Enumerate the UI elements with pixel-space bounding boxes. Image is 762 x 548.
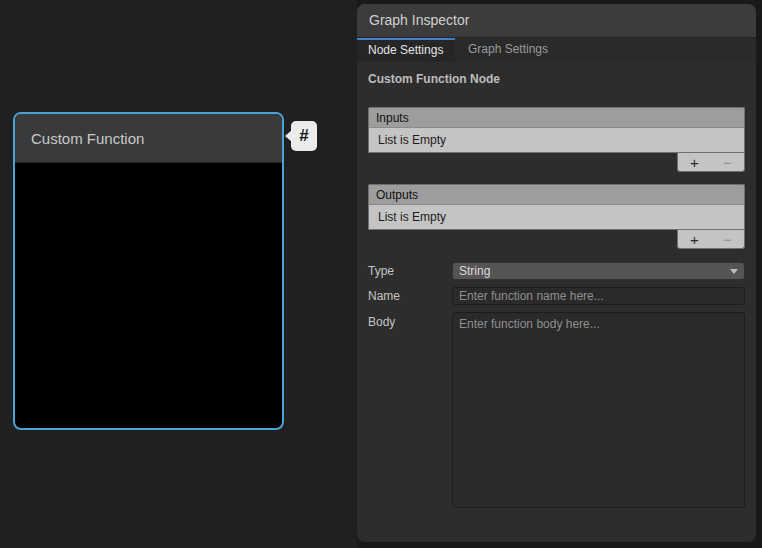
type-label: Type (368, 264, 452, 278)
tab-graph-settings[interactable]: Graph Settings (455, 38, 561, 62)
section-title: Custom Function Node (368, 72, 745, 86)
hash-icon: # (299, 126, 308, 146)
function-body-input[interactable] (452, 312, 745, 508)
inputs-list-header: Inputs (368, 107, 745, 128)
tab-row: Node Settings Graph Settings (357, 38, 756, 62)
type-row: Type String (368, 262, 745, 280)
tab-node-settings[interactable]: Node Settings (357, 38, 455, 62)
type-dropdown-value: String (459, 264, 730, 278)
inputs-remove-button[interactable]: − (717, 155, 738, 170)
graph-inspector-panel: Graph Inspector Node Settings Graph Sett… (357, 4, 756, 542)
body-label: Body (368, 315, 452, 329)
outputs-list-empty-row: List is Empty (368, 205, 745, 230)
function-fields: Type String Name Body (368, 262, 745, 508)
outputs-list-footer: + − (677, 230, 745, 249)
inputs-add-button[interactable]: + (684, 155, 705, 170)
inputs-list-empty-row: List is Empty (368, 128, 745, 153)
graph-canvas[interactable]: Custom Function # (0, 0, 357, 548)
name-row: Name (368, 287, 745, 305)
panel-title[interactable]: Graph Inspector (357, 4, 756, 38)
hash-badge[interactable]: # (291, 121, 317, 151)
body-row: Body (368, 312, 745, 508)
name-label: Name (368, 289, 452, 303)
inspector-content: Custom Function Node Inputs List is Empt… (357, 72, 756, 508)
outputs-remove-button[interactable]: − (717, 232, 738, 247)
outputs-add-button[interactable]: + (684, 232, 705, 247)
type-dropdown[interactable]: String (452, 262, 745, 280)
node-title[interactable]: Custom Function (15, 114, 282, 163)
inputs-list: Inputs List is Empty + − (368, 107, 745, 172)
outputs-list-header: Outputs (368, 184, 745, 205)
inputs-list-footer: + − (677, 153, 745, 172)
chevron-down-icon (730, 269, 738, 274)
custom-function-node[interactable]: Custom Function (13, 112, 284, 430)
outputs-list: Outputs List is Empty + − (368, 184, 745, 249)
function-name-input[interactable] (452, 287, 745, 305)
